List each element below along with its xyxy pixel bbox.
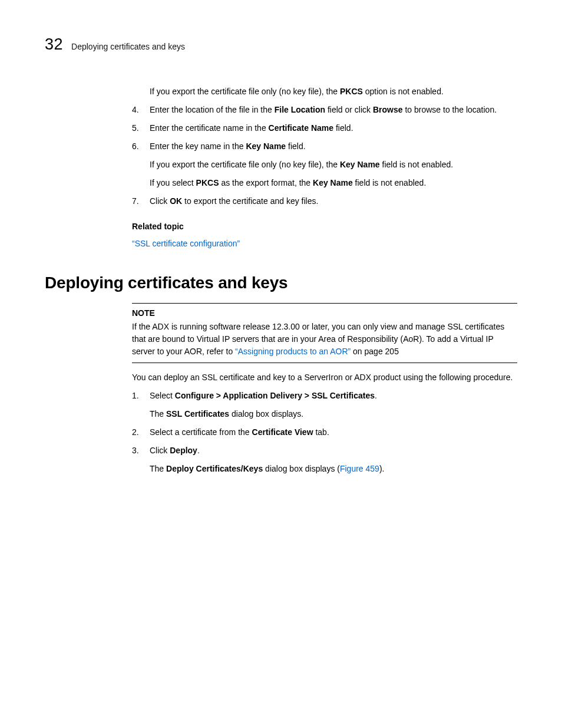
- step-4: 4. Enter the location of the file in the…: [132, 104, 517, 116]
- text: The: [150, 409, 166, 419]
- term-key-name: Key Name: [340, 160, 380, 169]
- term-ssl-certificates: SSL Certificates: [166, 409, 229, 419]
- step-6-sub2: If you select PKCS as the export format,…: [150, 177, 517, 189]
- note-link[interactable]: “Assigning products to an AOR”: [235, 347, 351, 356]
- body-column-section: NOTE If the ADX is running software rele…: [132, 303, 517, 475]
- text: If you select: [150, 178, 196, 187]
- step-number: 2.: [132, 426, 139, 439]
- text: to browse to the location.: [403, 105, 497, 114]
- related-topic-heading: Related topic: [132, 220, 517, 233]
- text: option is not enabled.: [363, 87, 444, 96]
- note-body: If the ADX is running software release 1…: [132, 322, 504, 356]
- step-2: 2. Select a certificate from the Certifi…: [132, 426, 517, 439]
- text: field is not enabled.: [380, 160, 454, 169]
- text: .: [197, 446, 200, 455]
- term-cert-name: Certificate Name: [269, 123, 334, 133]
- text: dialog box displays (: [263, 464, 340, 473]
- text: .: [375, 391, 377, 400]
- step-3-sub: The Deploy Certificates/Keys dialog box …: [150, 463, 517, 475]
- text: Select: [150, 391, 175, 400]
- text: Enter the key name in the: [150, 141, 246, 151]
- text: field or click: [325, 105, 373, 114]
- running-header: 32 Deploying certificates and keys: [45, 35, 517, 54]
- text: Click: [150, 196, 170, 206]
- text: If you export the certificate file only …: [150, 160, 340, 169]
- body-column: If you export the certificate file only …: [132, 85, 517, 250]
- chapter-number: 32: [45, 35, 63, 54]
- text: to export the certificate and key files.: [182, 196, 318, 206]
- step-number: 1.: [132, 390, 139, 402]
- text: field.: [333, 123, 353, 133]
- step-1-sub: The SSL Certificates dialog box displays…: [150, 408, 517, 420]
- step-number: 3.: [132, 444, 139, 457]
- page: 32 Deploying certificates and keys If yo…: [0, 0, 562, 728]
- text: Enter the location of the file in the: [150, 105, 275, 114]
- text: on page 205: [351, 347, 399, 356]
- step-6: 6. Enter the key name in the Key Name fi…: [132, 140, 517, 189]
- steps-list-top: 4. Enter the location of the file in the…: [132, 104, 517, 207]
- text: field is not enabled.: [353, 178, 427, 187]
- related-topic-link[interactable]: “SSL certificate configuration”: [132, 239, 240, 248]
- text: If you export the certificate file only …: [150, 87, 340, 96]
- running-title: Deploying certificates and keys: [71, 42, 185, 51]
- term-pkcs: PKCS: [196, 178, 219, 187]
- term-key-name: Key Name: [313, 178, 353, 187]
- step-5: 5. Enter the certificate name in the Cer…: [132, 122, 517, 134]
- text: ).: [379, 464, 385, 473]
- term-key-name: Key Name: [246, 141, 286, 151]
- intro-paragraph: If you export the certificate file only …: [132, 85, 517, 98]
- step-7: 7. Click OK to export the certificate an…: [132, 195, 517, 207]
- step-6-sub1: If you export the certificate file only …: [150, 159, 517, 171]
- step-number: 6.: [132, 140, 139, 153]
- text: tab.: [313, 427, 329, 437]
- text: Enter the certificate name in the: [150, 123, 269, 133]
- text: Select a certificate from the: [150, 427, 252, 437]
- text: dialog box displays.: [229, 409, 303, 419]
- text: as the export format, the: [219, 178, 313, 187]
- term-pkcs: PKCS: [340, 87, 363, 96]
- text: Click: [150, 446, 170, 455]
- steps-list-deploy: 1. Select Configure > Application Delive…: [132, 390, 517, 475]
- text: The: [150, 464, 166, 473]
- step-number: 5.: [132, 122, 139, 134]
- section-intro-paragraph: You can deploy an SSL certificate and ke…: [132, 371, 517, 384]
- term-file-location: File Location: [275, 105, 325, 114]
- step-number: 4.: [132, 104, 139, 116]
- note-box: NOTE If the ADX is running software rele…: [132, 303, 517, 363]
- term-browse: Browse: [373, 105, 403, 114]
- term-deploy-dialog: Deploy Certificates/Keys: [166, 464, 263, 473]
- step-1: 1. Select Configure > Application Delive…: [132, 390, 517, 420]
- section-heading: Deploying certificates and keys: [45, 274, 517, 292]
- step-3: 3. Click Deploy. The Deploy Certificates…: [132, 444, 517, 475]
- term-deploy: Deploy: [170, 446, 197, 455]
- menu-path: Configure > Application Delivery > SSL C…: [175, 391, 375, 400]
- term-ok: OK: [170, 196, 182, 206]
- step-number: 7.: [132, 195, 139, 207]
- note-label: NOTE: [132, 307, 517, 319]
- text: field.: [286, 141, 305, 151]
- figure-link[interactable]: Figure 459: [340, 464, 379, 473]
- term-certificate-view: Certificate View: [252, 427, 313, 437]
